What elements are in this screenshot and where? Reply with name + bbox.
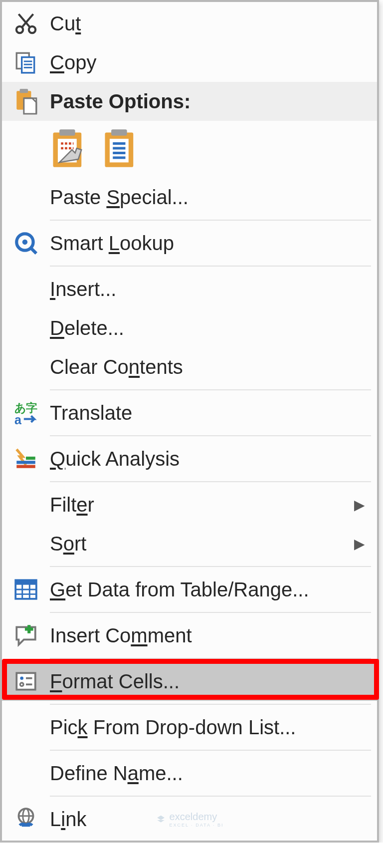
svg-text:字: 字 — [26, 401, 37, 414]
format-cells-label: Format Cells... — [50, 670, 368, 693]
paste-special-label: Paste Special... — [50, 186, 368, 209]
svg-rect-18 — [111, 129, 127, 136]
separator — [50, 704, 371, 705]
table-icon — [2, 577, 50, 602]
menu-item-filter[interactable]: Filter ▶ — [2, 485, 377, 524]
menu-item-paste-special[interactable]: Paste Special... — [2, 178, 377, 217]
menu-item-delete[interactable]: Delete... — [2, 308, 377, 347]
svg-rect-13 — [59, 129, 75, 136]
svg-rect-41 — [16, 673, 35, 689]
paste-options-row — [2, 121, 377, 178]
submenu-arrow-icon: ▶ — [354, 536, 365, 552]
menu-item-translate[interactable]: あ 字 a Translate — [2, 393, 377, 432]
separator — [50, 750, 371, 751]
watermark: exceldemy EXCEL · DATA · BI — [156, 811, 224, 828]
separator — [50, 612, 371, 613]
separator — [50, 266, 371, 267]
svg-line-26 — [31, 248, 36, 253]
svg-point-42 — [20, 676, 23, 680]
menu-item-quick-analysis[interactable]: Quick Analysis — [2, 439, 377, 478]
cut-label: Cut — [50, 12, 368, 35]
submenu-arrow-icon: ▶ — [354, 497, 365, 513]
paste-option-default[interactable] — [50, 128, 88, 171]
watermark-sub: EXCEL · DATA · BI — [170, 823, 224, 828]
menu-item-insert-comment[interactable]: Insert Comment — [2, 616, 377, 655]
menu-item-get-data[interactable]: Get Data from Table/Range... — [2, 570, 377, 609]
menu-item-smart-lookup[interactable]: Smart Lookup — [2, 224, 377, 263]
paste-icon — [2, 87, 50, 115]
svg-point-0 — [16, 26, 23, 33]
svg-rect-32 — [26, 457, 35, 460]
menu-item-insert[interactable]: Insert... — [2, 270, 377, 308]
separator — [50, 389, 371, 390]
translate-label: Translate — [50, 402, 368, 424]
separator — [50, 481, 371, 482]
menu-item-pick-list[interactable]: Pick From Drop-down List... — [2, 708, 377, 747]
svg-rect-10 — [20, 89, 28, 93]
link-icon — [2, 807, 50, 832]
svg-rect-34 — [15, 580, 36, 584]
format-cells-icon — [2, 669, 50, 694]
separator — [50, 435, 371, 436]
paste-options-header: Paste Options: — [2, 82, 377, 121]
menu-item-cut[interactable]: Cut — [2, 4, 377, 43]
smart-lookup-icon — [2, 231, 50, 256]
copy-icon — [2, 50, 50, 75]
get-data-label: Get Data from Table/Range... — [50, 579, 368, 601]
menu-item-sort[interactable]: Sort ▶ — [2, 524, 377, 563]
filter-label: Filter — [50, 494, 354, 516]
separator — [50, 220, 371, 221]
cut-icon — [2, 11, 50, 36]
svg-point-1 — [29, 26, 35, 33]
svg-rect-30 — [16, 461, 35, 464]
context-menu: Cut Copy Paste Options: — [0, 0, 379, 843]
comment-icon — [2, 623, 50, 648]
svg-rect-31 — [16, 465, 35, 468]
delete-label: Delete... — [50, 317, 368, 339]
svg-text:a: a — [14, 413, 22, 425]
pick-list-label: Pick From Drop-down List... — [50, 716, 368, 739]
menu-item-define-name[interactable]: Define Name... — [2, 754, 377, 793]
menu-item-format-cells[interactable]: Format Cells... — [2, 662, 377, 701]
separator — [50, 566, 371, 567]
paste-options-label: Paste Options: — [50, 90, 368, 113]
separator — [50, 796, 371, 797]
sort-label: Sort — [50, 533, 354, 555]
separator — [50, 658, 371, 659]
define-name-label: Define Name... — [50, 762, 368, 785]
clear-contents-label: Clear Contents — [50, 356, 368, 378]
menu-item-copy[interactable]: Copy — [2, 43, 377, 82]
watermark-text: exceldemy — [170, 811, 217, 822]
insert-comment-label: Insert Comment — [50, 624, 368, 647]
copy-label: Copy — [50, 51, 368, 74]
quick-analysis-label: Quick Analysis — [50, 448, 368, 470]
smart-lookup-label: Smart Lookup — [50, 232, 368, 255]
translate-icon: あ 字 a — [2, 400, 50, 425]
svg-point-25 — [22, 240, 27, 245]
menu-item-clear-contents[interactable]: Clear Contents — [2, 347, 377, 386]
quick-analysis-icon — [2, 446, 50, 471]
insert-label: Insert... — [50, 278, 368, 300]
paste-option-values[interactable] — [102, 128, 140, 171]
